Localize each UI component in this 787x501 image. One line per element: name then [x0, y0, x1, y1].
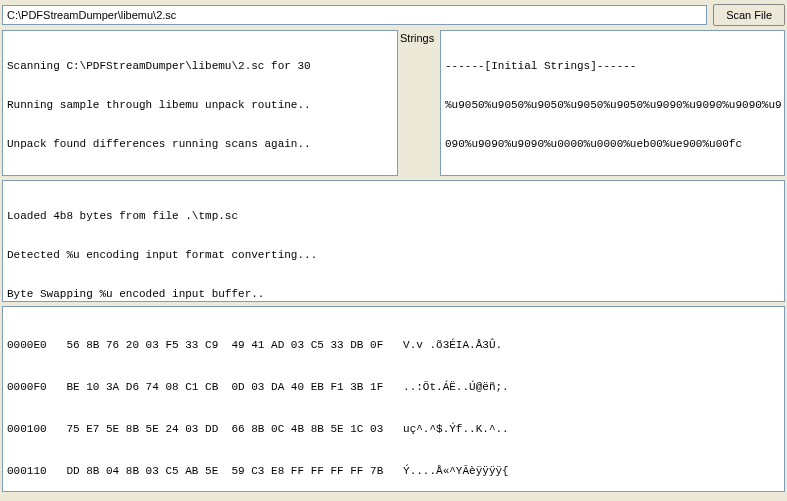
log-pane[interactable]: Loaded 4b8 bytes from file .\tmp.sc Dete…	[2, 180, 785, 302]
strings-line: 090%u9090%u9090%u0000%u0000%ueb00%ue900%…	[445, 138, 780, 151]
log-line: Detected %u encoding input format conver…	[7, 249, 780, 262]
scan-file-button[interactable]: Scan File	[713, 4, 785, 26]
log-line: Loaded 4b8 bytes from file .\tmp.sc	[7, 210, 780, 223]
strings-line: %u9050%u9050%u9050%u9050%u9050%u9090%u90…	[445, 99, 780, 112]
hex-row: 000110 DD 8B 04 8B 03 C5 AB 5E 59 C3 E8 …	[7, 464, 780, 478]
scan-line: Unpack found differences running scans a…	[7, 138, 393, 151]
scan-output-pane[interactable]: Scanning C:\PDFStreamDumper\libemu\2.sc …	[2, 30, 398, 176]
scan-line: Running sample through libemu unpack rou…	[7, 99, 393, 112]
strings-line: ------[Initial Strings]------	[445, 60, 780, 73]
hex-row: 0000F0 BE 10 3A D6 74 08 C1 CB 0D 03 DA …	[7, 380, 780, 394]
strings-label: Strings	[400, 30, 438, 176]
scan-line: Scanning C:\PDFStreamDumper\libemu\2.sc …	[7, 60, 393, 73]
path-input[interactable]	[2, 5, 707, 25]
hex-dump-pane[interactable]: 0000E0 56 8B 76 20 03 F5 33 C9 49 41 AD …	[2, 306, 785, 492]
log-line: Byte Swapping %u encoded input buffer..	[7, 288, 780, 301]
hex-row: 0000E0 56 8B 76 20 03 F5 33 C9 49 41 AD …	[7, 338, 780, 352]
strings-pane[interactable]: ------[Initial Strings]------ %u9050%u90…	[440, 30, 785, 176]
hex-row: 000100 75 E7 5E 8B 5E 24 03 DD 66 8B 0C …	[7, 422, 780, 436]
